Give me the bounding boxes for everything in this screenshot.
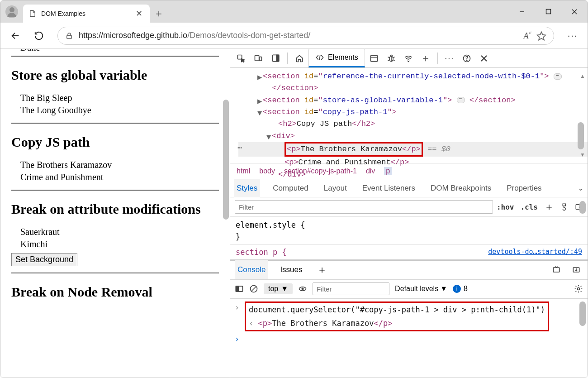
device-icon[interactable] [250, 50, 266, 67]
console-tabs: Console Issues ＋ [230, 261, 588, 280]
maximize-button[interactable] [535, 0, 561, 23]
list-item: Kimchi [20, 238, 219, 250]
address-bar[interactable]: https://microsoftedge.github.io/Demos/de… [57, 27, 554, 45]
set-background-button[interactable]: Set Background [11, 253, 77, 266]
welcome-icon[interactable] [291, 50, 308, 67]
tab-title: DOM Examples [41, 10, 129, 17]
brush-icon[interactable] [560, 203, 569, 211]
new-rule-icon[interactable]: ＋ [544, 200, 554, 214]
styles-rules[interactable]: element.style { } devtools-do…started/:4… [230, 217, 588, 259]
window-controls [509, 0, 588, 23]
tab-styles[interactable]: Styles [234, 179, 260, 197]
styles-scrollbar[interactable] [579, 201, 586, 214]
new-tab-button[interactable]: ＋ [150, 5, 168, 23]
log-levels-selector[interactable]: Default levels ▼ [395, 285, 447, 293]
prompt-chevron-icon: › [235, 333, 241, 345]
context-selector[interactable]: top ▼ [264, 283, 293, 294]
back-button[interactable] [6, 26, 25, 45]
live-expression-icon[interactable] [298, 284, 307, 293]
dock-icon[interactable] [267, 50, 284, 67]
elements-tab[interactable]: Elements [308, 49, 365, 67]
site-lock-icon[interactable] [65, 32, 73, 40]
refresh-button[interactable] [29, 26, 48, 45]
heading-copy: Copy JS path [11, 134, 219, 150]
network-icon[interactable] [400, 50, 417, 67]
rule-close: } [236, 231, 582, 243]
list-item: Dune [20, 49, 219, 53]
bug-icon[interactable] [383, 50, 399, 67]
input-chevron-icon: › [235, 301, 241, 313]
clear-console-icon[interactable] [249, 284, 258, 293]
page-viewport: Dune Store as global variable The Big Sl… [0, 49, 230, 378]
profile-button[interactable] [0, 5, 23, 18]
inspect-icon[interactable] [233, 50, 249, 67]
list-item: The Big Sleep [20, 92, 219, 104]
content-area: Dune Store as global variable The Big Sl… [0, 49, 588, 378]
favorite-icon[interactable] [536, 31, 546, 41]
console-toolbar: top ▼ Default levels ▼ i8 [230, 280, 588, 299]
more-tools-icon[interactable]: ＋ [417, 50, 434, 67]
svg-line-33 [251, 287, 256, 291]
browser-tab[interactable]: DOM Examples ✕ [23, 5, 150, 23]
styles-tabs: Styles Computed Layout Event Listeners D… [230, 179, 588, 197]
svg-rect-13 [370, 55, 377, 61]
page-scrollbar[interactable] [223, 100, 229, 220]
svg-rect-31 [236, 286, 239, 292]
styles-filter-input[interactable] [235, 200, 493, 214]
code-icon [315, 53, 324, 62]
page-scroll-track [223, 51, 229, 376]
browser-toolbar: https://microsoftedge.github.io/Demos/de… [0, 23, 588, 49]
divider [11, 273, 219, 273]
console-body[interactable]: › document.querySelector("#copy-js-path-… [230, 299, 588, 378]
console-settings-icon[interactable] [574, 284, 583, 293]
svg-line-20 [393, 60, 394, 61]
svg-line-18 [393, 57, 394, 57]
more-icon[interactable]: ··· [441, 50, 458, 67]
issues-badge[interactable]: i8 [453, 285, 468, 293]
cls-toggle[interactable]: .cls [520, 203, 538, 211]
svg-line-12 [319, 55, 320, 60]
chevron-down-icon[interactable]: ⌄ [578, 183, 584, 193]
settings-menu-button[interactable]: ··· [563, 26, 582, 45]
app-icon[interactable] [366, 50, 382, 67]
avatar-icon [5, 5, 18, 18]
rule-element-style: element.style { [236, 220, 582, 231]
minimize-button[interactable] [509, 0, 535, 23]
sidebar-toggle-icon[interactable] [235, 284, 244, 293]
console-add-tab[interactable]: ＋ [314, 260, 330, 279]
svg-point-36 [578, 288, 580, 290]
console-input-line: document.querySelector("#copy-js-path-1 … [249, 305, 545, 314]
tab-event-listeners[interactable]: Event Listeners [360, 179, 418, 197]
divider [11, 56, 219, 57]
rule-source-link[interactable]: devtools-do…started/:49 [488, 247, 582, 257]
svg-line-17 [388, 57, 389, 57]
console-scrollbar[interactable] [579, 301, 586, 326]
help-icon[interactable] [459, 50, 475, 67]
page-icon [28, 10, 37, 18]
selected-node[interactable]: <p>The Brothers Karamazov</p> [285, 142, 423, 157]
read-aloud-icon[interactable]: A⁽⁽ [524, 31, 531, 41]
devtools-toolbar: Elements ＋ ··· [230, 49, 588, 68]
download-icon[interactable] [569, 263, 583, 277]
tab-close-icon[interactable]: ✕ [134, 9, 144, 19]
dom-scrollbar[interactable] [578, 122, 584, 149]
svg-point-23 [466, 60, 467, 61]
tab-computed[interactable]: Computed [270, 179, 311, 197]
expand-icon[interactable] [550, 263, 563, 277]
tab-issues[interactable]: Issues [277, 260, 305, 279]
hov-toggle[interactable]: :hov [497, 203, 514, 211]
tab-layout[interactable]: Layout [321, 179, 350, 197]
tab-console[interactable]: Console [235, 260, 268, 279]
elements-tab-label: Elements [328, 53, 358, 62]
console-filter-input[interactable] [313, 282, 389, 295]
svg-point-35 [302, 288, 303, 289]
tab-dom-breakpoints[interactable]: DOM Breakpoints [428, 179, 494, 197]
dom-tree[interactable]: ▶<section id="reference-the-currently-se… [230, 68, 588, 163]
close-button[interactable] [561, 0, 588, 23]
devtools-close-icon[interactable] [476, 50, 492, 67]
tab-properties[interactable]: Properties [504, 179, 544, 197]
row-actions-icon[interactable]: ⋯ [236, 142, 245, 155]
styles-filter-row: :hov .cls ＋ [230, 197, 588, 217]
console-input-highlight: document.querySelector("#copy-js-path-1 … [245, 301, 549, 332]
heading-break-attr: Break on attribute modifications [11, 201, 219, 217]
